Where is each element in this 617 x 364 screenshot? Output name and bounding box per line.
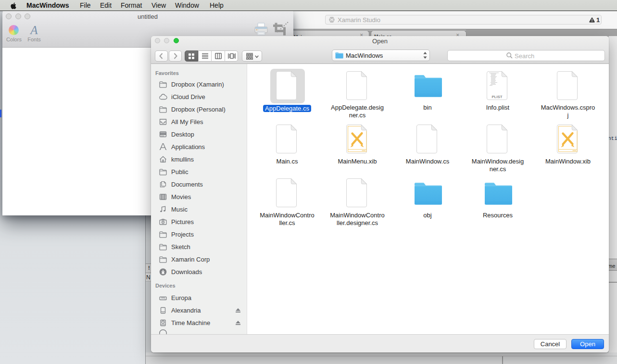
svg-text:PLIST: PLIST <box>491 95 502 99</box>
